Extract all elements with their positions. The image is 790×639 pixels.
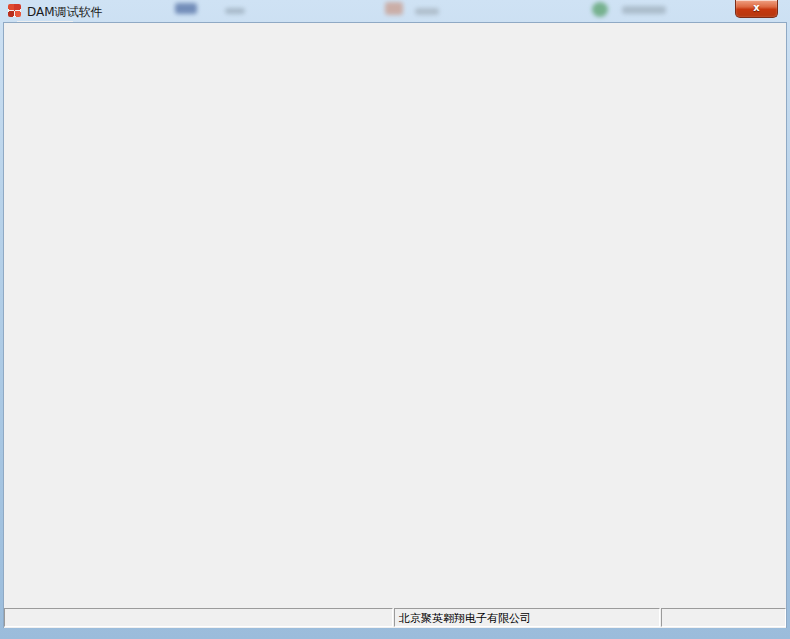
- desktop-smudge: [415, 8, 439, 15]
- window-title: DAM调试软件: [27, 4, 103, 21]
- close-button[interactable]: x: [735, 0, 778, 18]
- app-window: DAM调试软件 x 串口设定 串 口 COM4 (V) ▼ 波特率 9600 ▼…: [0, 0, 790, 639]
- desktop-smudge: [175, 3, 197, 14]
- desktop-smudge: [592, 2, 608, 17]
- desktop-smudge: [385, 2, 403, 15]
- title-bar: DAM调试软件 x: [0, 0, 790, 22]
- desktop-smudge: [622, 6, 666, 14]
- status-pane-right: [661, 608, 786, 627]
- status-bar: 北京聚英翱翔电子有限公司: [4, 607, 786, 628]
- status-pane-left: [4, 608, 393, 627]
- status-pane-company: 北京聚英翱翔电子有限公司: [394, 608, 660, 627]
- desktop-smudge: [225, 8, 245, 14]
- app-icon: [8, 4, 21, 17]
